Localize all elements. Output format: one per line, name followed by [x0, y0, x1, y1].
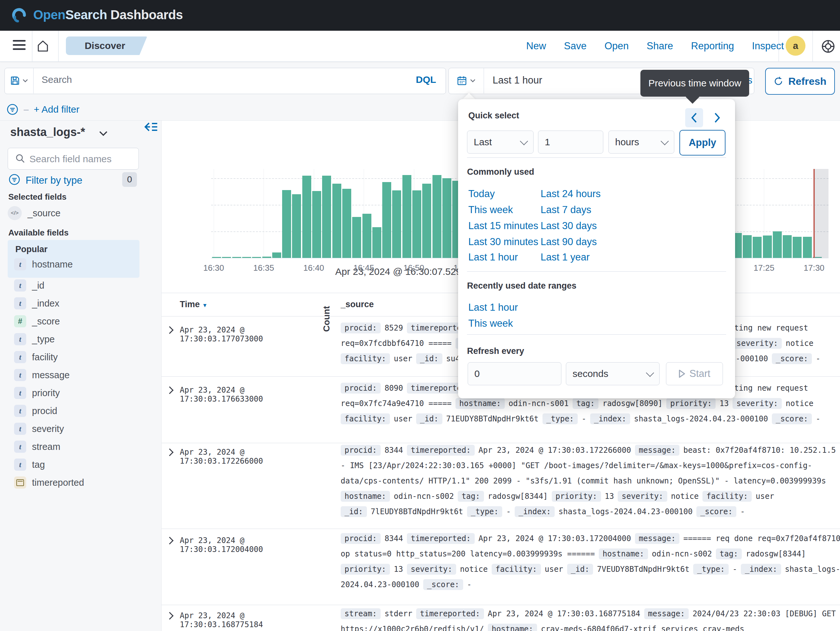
commonly-used-link[interactable]: Last 30 days: [541, 220, 597, 232]
histogram-bar: [392, 190, 401, 258]
recently-used-link[interactable]: Last 1 hour: [468, 302, 518, 313]
collapse-sidebar-icon[interactable]: [143, 121, 159, 134]
time-range-value[interactable]: Last 1 hour: [493, 74, 542, 86]
source-field-key: tag:: [458, 491, 484, 502]
source-field-key: hostname:: [341, 491, 390, 502]
row-time: Apr 23, 2024 @ 17:30:03.176633000: [180, 386, 263, 403]
histogram-bar: [382, 182, 391, 258]
tense-value: Last: [474, 137, 492, 147]
quick-select-unit-dropdown[interactable]: hours: [608, 131, 674, 153]
search-input[interactable]: Search: [42, 74, 72, 85]
field-item-_index[interactable]: t_index: [14, 295, 146, 312]
source-field-value: 8344: [384, 534, 403, 543]
source-field-key: timereported:: [416, 608, 484, 619]
refresh-unit-value: seconds: [573, 368, 608, 379]
quick-select-tense-dropdown[interactable]: Last: [467, 131, 534, 153]
commonly-used-link[interactable]: Last 1 hour: [468, 251, 518, 263]
field-item-facility[interactable]: tfacility: [14, 349, 146, 365]
commonly-used-link[interactable]: Last 15 minutes: [468, 220, 538, 232]
text-type-icon: t: [14, 333, 26, 345]
field-item-procid[interactable]: tprocid: [14, 403, 146, 419]
histogram-bar: [433, 175, 441, 258]
commonly-used-link[interactable]: Last 1 year: [541, 251, 589, 263]
refresh-button[interactable]: Refresh: [765, 68, 835, 95]
x-gridline: [264, 169, 264, 258]
source-field-key: message:: [644, 608, 689, 619]
start-refresh-button[interactable]: Start: [666, 362, 723, 385]
recently-used-link[interactable]: This week: [468, 318, 513, 329]
histogram-bar: [743, 235, 752, 258]
field-search-input[interactable]: Search field names: [29, 153, 112, 164]
add-filter-button[interactable]: + Add filter: [34, 104, 80, 115]
source-field-value: shasta_logs-: [785, 565, 840, 574]
source-field-value: -: [816, 354, 820, 363]
field-item-timereported[interactable]: timereported: [14, 474, 146, 491]
previous-time-window-button[interactable]: [685, 108, 703, 127]
source-field-key: _score:: [772, 353, 812, 364]
field-name: _index: [32, 298, 59, 309]
source-field-key: _index:: [741, 564, 781, 575]
time-picker-quick-menu[interactable]: [448, 68, 484, 93]
field-item-stream[interactable]: tstream: [14, 438, 146, 455]
source-field-value: shasta_logs-2024.04.23-000100: [634, 414, 768, 423]
histogram-bar: [262, 257, 271, 258]
field-item-hostname[interactable]: thostname: [14, 256, 146, 273]
commonly-used-link[interactable]: Last 7 days: [541, 204, 591, 216]
field-name: priority: [32, 388, 60, 399]
next-time-window-button[interactable]: [708, 108, 726, 127]
help-icon[interactable]: [820, 38, 836, 54]
source-field-value: data/cps-contents/ HTTP/1.1" 200 2099 - …: [341, 476, 826, 486]
commonly-used-link[interactable]: This week: [468, 204, 513, 216]
saved-query-menu[interactable]: [5, 68, 33, 93]
field-name: procid: [32, 406, 57, 416]
query-language-button[interactable]: DQL: [416, 74, 436, 85]
top-menu-item-share[interactable]: Share: [647, 40, 673, 52]
text-type-icon: t: [14, 423, 26, 435]
apply-button[interactable]: Apply: [679, 130, 725, 155]
field-item-_source[interactable]: </>_source: [8, 205, 139, 221]
source-field-value: odin-ncn-s002: [394, 492, 454, 501]
brand-suffix: Dashboards: [111, 8, 183, 22]
field-item-_score[interactable]: #_score: [14, 313, 146, 330]
menu-icon[interactable]: [13, 38, 25, 52]
filter-by-type-link[interactable]: Filter by type: [25, 175, 82, 186]
histogram-bar: [312, 191, 321, 258]
source-field-key: procid:: [341, 323, 381, 334]
avatar[interactable]: a: [786, 36, 805, 56]
top-menu-item-save[interactable]: Save: [564, 40, 587, 52]
field-name: _id: [32, 280, 44, 291]
column-header-time[interactable]: Time ▼: [180, 299, 208, 309]
text-type-icon: t: [14, 297, 26, 309]
source-field-key: timereported:: [407, 445, 475, 455]
commonly-used-link[interactable]: Last 24 hours: [541, 188, 601, 200]
field-item-_id[interactable]: t_id: [14, 277, 146, 294]
breadcrumb-discover[interactable]: Discover: [66, 36, 147, 55]
field-item-message[interactable]: tmessage: [14, 367, 146, 383]
refresh-unit-dropdown[interactable]: seconds: [566, 362, 660, 385]
top-menu-item-reporting[interactable]: Reporting: [691, 40, 734, 52]
commonly-used-link[interactable]: Today: [468, 188, 495, 200]
home-icon[interactable]: [36, 39, 50, 53]
source-field-value: 13: [394, 565, 403, 574]
commonly-used-link[interactable]: Last 30 minutes: [468, 236, 538, 248]
column-header-source[interactable]: _source: [341, 299, 374, 309]
commonly-used-link[interactable]: Last 90 days: [541, 236, 597, 248]
histogram-bar: [763, 236, 772, 258]
index-pattern-title[interactable]: shasta_logs-*: [10, 125, 85, 139]
refresh-interval-input[interactable]: 0: [468, 362, 561, 385]
field-item-priority[interactable]: tpriority: [14, 384, 146, 401]
field-item-tag[interactable]: ttag: [14, 456, 146, 473]
source-field-key: priority:: [666, 398, 715, 409]
top-menu-item-new[interactable]: New: [526, 40, 546, 52]
source-field-key: tag:: [716, 549, 742, 559]
field-item-_type[interactable]: t_type: [14, 331, 146, 348]
histogram-bar: [282, 190, 291, 258]
field-item-severity[interactable]: tseverity: [14, 421, 146, 437]
index-pattern-chevron-icon[interactable]: [98, 130, 108, 137]
top-menu-item-open[interactable]: Open: [605, 40, 629, 52]
calendar-glyph: [16, 479, 24, 486]
top-menu: NewSaveOpenShareReportingInspect: [526, 31, 784, 62]
filter-icon[interactable]: [6, 103, 19, 115]
quick-select-amount-input[interactable]: 1: [538, 131, 603, 153]
top-menu-item-inspect[interactable]: Inspect: [752, 40, 784, 52]
